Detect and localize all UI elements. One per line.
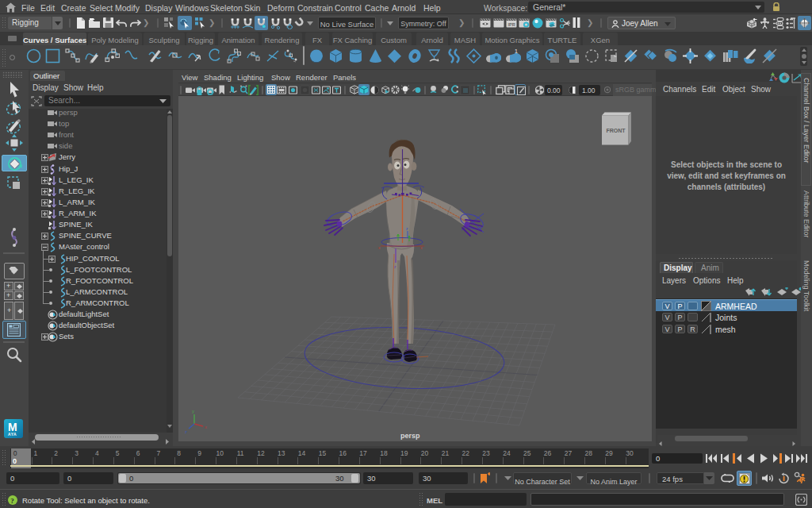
- svg-text:1: 1: [515, 48, 518, 54]
- svg-text:y: y: [192, 409, 194, 414]
- svg-text:?: ?: [10, 497, 14, 505]
- svg-text:FRONT: FRONT: [607, 128, 626, 133]
- svg-text:x: x: [205, 425, 207, 429]
- svg-text:IPR: IPR: [508, 22, 515, 27]
- svg-text:x: x: [378, 245, 381, 250]
- svg-text:z: z: [185, 429, 187, 434]
